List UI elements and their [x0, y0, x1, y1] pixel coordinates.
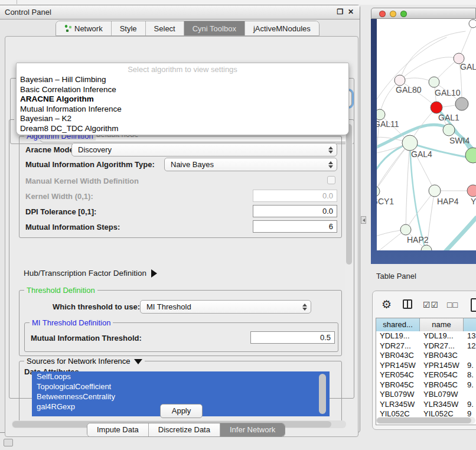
attributes-scrollbar[interactable] — [319, 374, 326, 414]
node-label-gal11: GAL11 — [377, 119, 399, 129]
gear-icon[interactable]: ⚙ — [382, 298, 392, 311]
node-hap2[interactable] — [400, 224, 411, 235]
table-row[interactable]: YBL079WYBL079W — [376, 390, 476, 400]
restore-window-icon[interactable]: ❐ — [336, 8, 344, 16]
table-cell: 8. — [464, 370, 476, 380]
node-gal80[interactable] — [395, 75, 405, 86]
algorithm-option-bayesian-k2[interactable]: Bayesian – K2 — [19, 114, 346, 124]
edge[interactable] — [377, 37, 446, 108]
edge[interactable] — [459, 24, 473, 58]
algorithm-option-basic-correlation-inference[interactable]: Basic Correlation Inference — [19, 85, 346, 95]
algorithm-option-dream8-dc-tdc-algorithm[interactable]: Dream8 DC_TDC Algorithm — [19, 124, 346, 134]
mi-threshold-field[interactable]: 0.5 — [250, 331, 335, 344]
algorithm-option-aracne-algorithm[interactable]: ARACNE Algorithm — [19, 94, 346, 105]
node-hap4[interactable] — [429, 185, 441, 197]
mi-type-label: Mutual Information Algorithm Type: — [25, 160, 155, 169]
table-row[interactable]: YPR145WYPR145W9. — [376, 361, 476, 371]
column-header-shared[interactable]: shared... — [376, 318, 420, 331]
table-cell: 12 — [464, 341, 476, 351]
table-horizontal-thumb[interactable] — [377, 418, 471, 423]
spinner-arrows-icon — [328, 161, 333, 168]
table-horizontal-scrollbar[interactable] — [376, 417, 475, 424]
edge[interactable] — [406, 143, 410, 230]
tab-infer-network[interactable]: Infer Network — [220, 423, 285, 436]
node-unlabeled[interactable] — [421, 245, 432, 250]
algorithm-option-mutual-information-inference[interactable]: Mutual Information Inference — [19, 105, 346, 115]
settings-vertical-thumb[interactable] — [346, 124, 352, 265]
aracne-mode-combo[interactable]: Discovery — [71, 143, 337, 156]
column-header-clipped[interactable] — [464, 318, 476, 331]
table-row[interactable]: YDR27...YDR27...12 — [376, 341, 476, 351]
tab-impute-data[interactable]: Impute Data — [87, 423, 149, 436]
column-header-name[interactable]: name — [420, 318, 464, 331]
manual-kernel-label: Manual Kernel Width Definition — [25, 177, 139, 185]
edge[interactable] — [377, 143, 410, 191]
spinner-arrows-icon — [328, 146, 333, 154]
node-gal4[interactable] — [402, 135, 418, 151]
close-window-icon[interactable]: ✕ — [347, 8, 355, 16]
table-row[interactable]: YER054CYER054C8. — [376, 370, 476, 380]
kernel-width-label: Kernel Width (0,1): — [25, 192, 93, 201]
node-label-gal10: GAL10 — [435, 88, 461, 97]
node-gal11[interactable] — [377, 109, 385, 120]
edge[interactable] — [377, 143, 410, 191]
table-row[interactable]: YBR045CYBR045C9. — [376, 380, 476, 390]
tab-network[interactable]: Network — [56, 21, 112, 35]
node-y[interactable] — [467, 185, 476, 197]
panel-splitter-handle[interactable] — [361, 216, 366, 224]
table-cell: YER054C — [420, 370, 464, 380]
mi-steps-field[interactable]: 6 — [253, 220, 337, 233]
algorithm-option-bayesian-hill-climbing[interactable]: Bayesian – Hill Climbing — [19, 75, 346, 85]
node-gal10[interactable] — [429, 77, 439, 87]
tab-jactivemnodules[interactable]: jActiveMNodules — [245, 21, 319, 35]
node-label-gal4: GAL4 — [411, 149, 432, 159]
node-unlabeled[interactable] — [465, 148, 476, 163]
tab-discretize-data[interactable]: Discretize Data — [149, 423, 220, 436]
algorithm-dropdown-popup: Select algorithm to view settings Bayesi… — [16, 63, 349, 135]
table-row[interactable]: YBR043CYBR043C — [376, 351, 476, 361]
manual-kernel-checkbox[interactable] — [327, 176, 335, 184]
edge-teal[interactable] — [433, 218, 476, 250]
attribute-item-topologicalcoefficient[interactable]: TopologicalCoefficient — [32, 381, 330, 392]
edge[interactable] — [400, 57, 459, 80]
table-row[interactable]: YLR345WYLR345W9. — [376, 400, 476, 410]
collapse-down-icon — [134, 359, 142, 364]
minimize-traffic-light-icon[interactable] — [390, 11, 396, 17]
edge[interactable] — [406, 191, 435, 230]
kernel-width-field[interactable]: 0.0 — [253, 190, 337, 202]
select-all-checked-icon[interactable]: ☑☑ — [423, 300, 439, 309]
settings-vertical-scrollbar[interactable] — [345, 122, 353, 396]
mi-type-combo[interactable]: Naive Bayes — [164, 158, 337, 171]
network-canvas[interactable]: GALGAL80GAL10GAL1GAL11SWI4GAL4GCY1HAP4YH… — [377, 19, 476, 250]
dpi-tolerance-field[interactable]: 0.0 — [253, 205, 337, 217]
select-none-unchecked-icon[interactable]: □□ — [447, 300, 458, 309]
node-swi4[interactable] — [443, 124, 455, 136]
node-unlabeled[interactable] — [455, 97, 468, 110]
aracne-mode-value: Discovery — [78, 145, 328, 154]
tab-style[interactable]: Style — [112, 21, 146, 35]
hub-definition-toggle[interactable]: Hub/Transcription Factor Definition — [24, 269, 157, 278]
node-unlabeled[interactable] — [469, 19, 476, 28]
algorithm-placeholder: Select algorithm to view settings — [17, 65, 348, 74]
collapsed-panel-icon[interactable] — [4, 439, 13, 446]
table-cell: YER054C — [376, 370, 420, 380]
node-gal1[interactable] — [431, 102, 442, 113]
which-threshold-combo[interactable]: MI Threshold — [140, 300, 311, 314]
network-graph[interactable]: GALGAL80GAL10GAL1GAL11SWI4GAL4GCY1HAP4YH… — [377, 19, 476, 250]
file-icon[interactable] — [471, 298, 476, 312]
close-traffic-light-icon[interactable] — [379, 11, 386, 17]
attribute-item-betweennesscentrality[interactable]: BetweennessCentrality — [32, 392, 330, 402]
table-row[interactable]: YDL19...YDL19...13 — [376, 331, 476, 341]
window-title: Control Panel — [5, 8, 51, 17]
table-cell: 9. — [464, 380, 476, 390]
zoom-traffic-light-icon[interactable] — [400, 11, 407, 17]
node-gcy1[interactable] — [377, 186, 380, 197]
split-columns-icon[interactable] — [403, 299, 412, 309]
tab-select[interactable]: Select — [146, 21, 184, 35]
tab-label: Cyni Toolbox — [193, 24, 236, 33]
apply-button[interactable]: Apply — [160, 404, 203, 418]
table-cell: YDL19... — [376, 331, 420, 341]
tab-cyni-toolbox[interactable]: Cyni Toolbox — [184, 21, 245, 35]
attribute-item-selfloops[interactable]: SelfLoops — [32, 371, 330, 381]
tab-label: jActiveMNodules — [253, 24, 311, 33]
